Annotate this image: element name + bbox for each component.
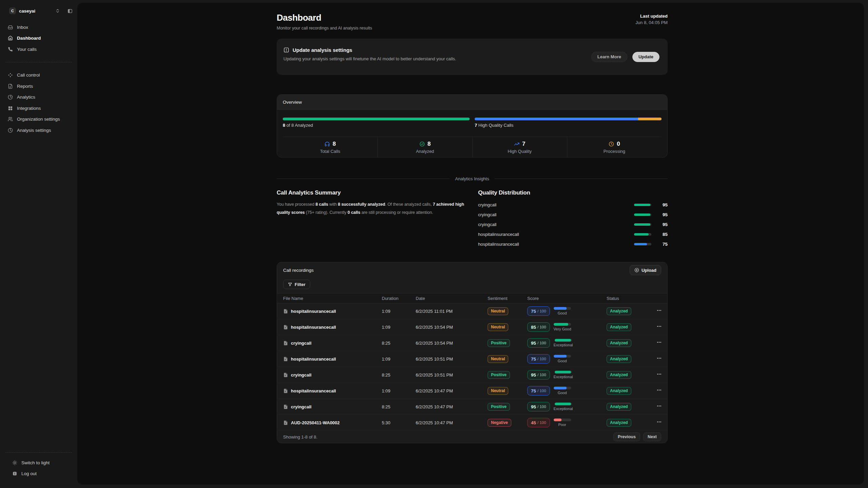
sidebar-item-log-out[interactable]: Log out (5, 468, 73, 479)
sidebar-item-label: Inbox (17, 25, 28, 30)
main-panel: Dashboard Monitor your call recordings a… (77, 3, 864, 485)
score-value: 75 (531, 388, 536, 393)
score-tier-label: Good (558, 311, 567, 315)
score-mini: Good (554, 387, 571, 395)
stat-label: Total Calls (283, 149, 377, 154)
table-row[interactable]: cryingcall8:256/2/2025 10:54 PMPositive9… (277, 335, 667, 351)
score-mini: Good (554, 307, 571, 315)
row-actions-button[interactable] (649, 371, 662, 378)
row-actions-button[interactable] (649, 419, 662, 426)
duration-cell: 1:09 (382, 357, 416, 362)
sidebar-item-integrations[interactable]: Integrations (5, 103, 73, 114)
row-actions-button[interactable] (649, 355, 662, 362)
quality-score: 75 (656, 242, 668, 247)
sidebar-item-your-calls[interactable]: Your calls (5, 44, 73, 55)
table-row[interactable]: hospitalinsurancecall1:096/2/2025 10:47 … (277, 383, 667, 399)
score-tier-label: Exceptional (554, 375, 573, 379)
file-name-cell: hospitalinsurancecall (283, 309, 382, 314)
stat-processing: 0Processing (567, 137, 662, 157)
update-button[interactable]: Update (632, 52, 659, 62)
score-cell: 85/ 100Very Good (527, 322, 607, 332)
upload-button[interactable]: Upload (630, 265, 661, 275)
score-max: / 100 (537, 341, 546, 345)
row-actions-button[interactable] (649, 387, 662, 394)
filter-button[interactable]: Filter (283, 280, 310, 289)
analytics-insights-divider: Analytics Insights (277, 176, 668, 181)
sidebar-item-call-control[interactable]: Call control (5, 70, 73, 81)
progress-label: 7 High Quality Calls (475, 123, 662, 128)
row-actions-button[interactable] (649, 403, 662, 410)
score-cell: 95/ 100Exceptional (527, 402, 607, 411)
pie-icon (8, 95, 13, 100)
learn-more-button[interactable]: Learn More (591, 52, 627, 62)
score-cell: 75/ 100Good (527, 354, 607, 364)
inbox-icon (8, 25, 13, 30)
sidebar-item-organization-settings[interactable]: Organization settings (5, 114, 73, 125)
progress-segment (638, 118, 662, 120)
score-badge: 95/ 100 (527, 370, 550, 380)
sidebar-item-analysis-settings[interactable]: Analysis settings (5, 125, 73, 136)
table-row[interactable]: hospitalinsurancecall1:096/2/2025 11:01 … (277, 303, 667, 319)
last-updated-value: Jun 8, 04:05 PM (635, 20, 668, 25)
audio-file-icon (283, 341, 288, 346)
overview-card-title: Overview (277, 95, 667, 110)
workspace-switcher[interactable]: C caseyai (5, 7, 73, 15)
workspace-name: caseyai (19, 8, 35, 14)
status-badge: Analyzed (607, 403, 631, 411)
progress-segment (283, 118, 470, 120)
stat-analyzed: 8Analyzed (377, 137, 472, 157)
row-actions-button[interactable] (649, 340, 662, 346)
column-header-date: Date (416, 296, 488, 301)
next-button[interactable]: Next (643, 432, 661, 441)
sidebar-item-label: Your calls (17, 47, 37, 52)
sidebar-item-analytics[interactable]: Analytics (5, 92, 73, 103)
table-row[interactable]: cryingcall8:256/2/2025 10:51 PMPositive9… (277, 367, 667, 383)
score-badge: 95/ 100 (527, 338, 550, 348)
stat-value: 0 (617, 141, 620, 147)
sentiment-cell: Neutral (488, 307, 527, 315)
table-row[interactable]: hospitalinsurancecall1:096/2/2025 10:54 … (277, 319, 667, 335)
score-tier-label: Exceptional (554, 407, 573, 411)
audio-file-icon (283, 404, 288, 409)
sidebar-item-reports[interactable]: Reports (5, 81, 73, 92)
file-name: AUD-20250411-WA0002 (291, 420, 340, 425)
score-mini: Very Good (554, 323, 571, 331)
score-max: / 100 (537, 389, 546, 393)
table-row[interactable]: hospitalinsurancecall1:096/2/2025 10:51 … (277, 351, 667, 367)
sidebar-item-switch-to-light[interactable]: Switch to light (5, 457, 73, 468)
duration-cell: 8:25 (382, 341, 416, 346)
quality-bar (634, 223, 651, 226)
app: C caseyai InboxDashboardYour calls Call … (0, 0, 868, 488)
previous-button[interactable]: Previous (613, 432, 640, 441)
score-max: / 100 (537, 405, 546, 409)
score-mini: Exceptional (554, 403, 573, 411)
last-updated: Last updated Jun 8, 04:05 PM (635, 12, 668, 25)
row-actions-button[interactable] (649, 308, 662, 314)
sidebar-item-label: Analytics (17, 95, 35, 100)
quality-distribution: Quality Distribution cryingcall95cryingc… (478, 189, 668, 249)
table-row[interactable]: cryingcall8:256/2/2025 10:47 PMPositive9… (277, 399, 667, 415)
score-mini: Good (554, 355, 571, 363)
overview-card: Overview 8 of 8 Analyzed7 High Quality C… (277, 94, 668, 158)
audio-file-icon (283, 357, 288, 362)
score-mini-bar (554, 355, 571, 358)
sentiment-badge: Positive (488, 371, 510, 379)
score-badge: 75/ 100 (527, 354, 550, 364)
file-name: cryingcall (291, 404, 312, 409)
analytics-insights-label: Analytics Insights (455, 176, 489, 181)
date-cell: 6/2/2025 10:54 PM (416, 325, 488, 330)
row-actions-button[interactable] (649, 324, 662, 330)
table-row[interactable]: AUD-20250411-WA00025:306/2/2025 10:47 PM… (277, 415, 667, 431)
sidebar-item-inbox[interactable]: Inbox (5, 22, 73, 33)
audio-file-icon (283, 372, 288, 378)
file-name-cell: hospitalinsurancecall (283, 325, 382, 330)
sidebar-toggle-icon[interactable] (67, 8, 73, 14)
score-badge: 95/ 100 (527, 402, 550, 411)
score-badge: 75/ 100 (527, 386, 550, 395)
quality-score: 85 (656, 232, 668, 237)
duration-cell: 5:30 (382, 420, 416, 425)
sidebar-item-dashboard[interactable]: Dashboard (5, 33, 73, 44)
chevrons-up-down-icon[interactable] (55, 8, 60, 13)
stat-value: 7 (522, 141, 525, 147)
sentiment-badge: Neutral (488, 307, 508, 315)
